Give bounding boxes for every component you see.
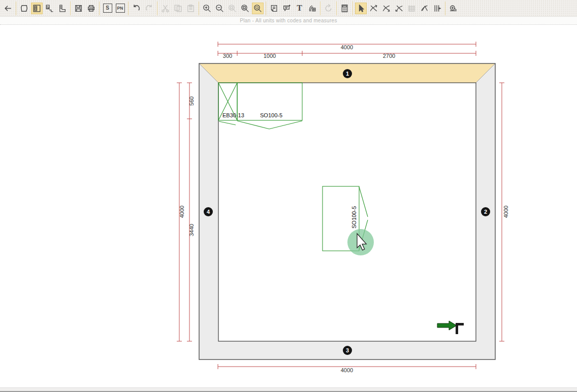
direction-arrow-icon	[437, 321, 457, 330]
back-button[interactable]	[2, 3, 14, 14]
zoom-extents-button[interactable]	[239, 3, 251, 14]
copy-button[interactable]	[172, 3, 184, 14]
select-cursor-icon	[356, 4, 366, 13]
text-icon: T	[297, 4, 302, 12]
note-icon	[269, 4, 279, 13]
view-section-button[interactable]	[44, 3, 55, 14]
snap-grid-button[interactable]	[406, 3, 418, 14]
wall-band[interactable]	[199, 63, 495, 360]
frame-tool-2-button[interactable]	[380, 3, 392, 14]
frame-view-icon	[420, 4, 429, 13]
plan-canvas[interactable]: 4000 300 1000 2700 4000 560 3440 4000 40…	[0, 25, 577, 387]
elevation-view-icon	[32, 4, 42, 13]
refresh-button[interactable]	[323, 3, 334, 14]
frame-tool-4-button[interactable]	[419, 3, 430, 14]
tape-measure-button[interactable]	[447, 3, 459, 14]
s-mode-button[interactable]: S	[102, 3, 113, 14]
comment-button[interactable]	[281, 3, 293, 14]
wall-marker-4[interactable]: 4	[204, 207, 213, 216]
toolbar-separator	[445, 2, 445, 15]
toolbar: S PN	[0, 0, 577, 17]
toolbar-separator	[199, 2, 199, 15]
undo-button[interactable]	[131, 3, 142, 14]
save-icon	[74, 4, 83, 13]
zoom-window-button[interactable]	[252, 3, 264, 14]
dim-line-left-segments	[187, 83, 192, 341]
unit-label: SO100-5	[351, 206, 357, 228]
scissors-icon	[161, 4, 170, 13]
dim-label-top-total: 4000	[341, 44, 353, 50]
bottom-scrollbar[interactable]	[0, 387, 577, 392]
note-button[interactable]	[268, 3, 280, 14]
back-arrow-icon	[3, 4, 13, 13]
toolbar-separator	[70, 2, 71, 15]
pn-mode-button[interactable]: PN	[114, 3, 126, 14]
zoom-window-icon	[253, 4, 263, 13]
cut-button[interactable]	[159, 3, 171, 14]
frame-tool-3-button[interactable]	[393, 3, 405, 14]
redo-button[interactable]	[143, 3, 155, 14]
unit-eb30-13[interactable]: EB30-13	[218, 83, 244, 125]
wall-outer-edge	[199, 63, 495, 360]
calculator-button[interactable]	[339, 3, 350, 14]
corner-symbol-icon	[456, 323, 464, 334]
refresh-icon	[324, 4, 333, 13]
view-profile-button[interactable]	[56, 3, 68, 14]
section-view-icon	[45, 4, 54, 13]
save-button[interactable]	[73, 3, 84, 14]
dim-label-300: 300	[223, 53, 232, 59]
toolbar-separator	[99, 2, 100, 15]
zoom-in-icon	[202, 4, 212, 13]
toolbar-separator	[336, 2, 337, 15]
frame-rotate-icon	[369, 4, 378, 13]
select-tool-button[interactable]	[355, 3, 367, 14]
print-button[interactable]	[85, 3, 97, 14]
dim-line-top-segments	[218, 51, 476, 56]
marker-number: 4	[207, 209, 210, 215]
colors-fan-icon	[307, 4, 317, 13]
print-icon	[86, 4, 96, 13]
pn-mode-icon: PN	[116, 4, 125, 13]
wall-marker-2[interactable]: 2	[481, 207, 490, 216]
toolbar-separator	[352, 2, 353, 15]
profile-view-icon	[57, 4, 67, 13]
dim-label-left-total: 4000	[179, 206, 185, 218]
parallel-lines-icon	[432, 4, 442, 13]
zoom-in-button[interactable]	[201, 3, 213, 14]
dim-label-right-total: 4000	[503, 206, 509, 218]
unit-so100-5-top[interactable]: SO100-5	[237, 83, 302, 129]
wall-spacing-button[interactable]	[431, 3, 443, 14]
frame-tilt-icon	[394, 4, 404, 13]
plan-drawing: 4000 300 1000 2700 4000 560 3440 4000 40…	[0, 25, 577, 387]
toolbar-separator	[266, 2, 266, 15]
colors-fan-button[interactable]	[306, 3, 318, 14]
zoom-out-button[interactable]	[214, 3, 226, 14]
comment-icon	[282, 4, 292, 13]
room-walls[interactable]	[199, 63, 495, 360]
redo-icon	[144, 4, 154, 13]
mouse-cursor	[347, 229, 374, 255]
tape-measure-icon	[448, 4, 458, 13]
wall-marker-1[interactable]: 1	[343, 69, 352, 78]
dim-label-560: 560	[188, 96, 195, 106]
unit-swing-line	[219, 121, 236, 125]
zoom-previous-button[interactable]	[227, 3, 238, 14]
wall-marker-3[interactable]: 3	[343, 346, 352, 355]
paste-button[interactable]	[185, 3, 197, 14]
s-mode-icon: S	[103, 4, 112, 13]
dim-label-2700: 2700	[383, 53, 395, 59]
paste-icon	[186, 4, 196, 13]
calculator-icon	[340, 4, 349, 13]
text-button[interactable]: T	[294, 3, 305, 14]
copy-icon	[173, 4, 183, 13]
marker-number: 1	[346, 71, 349, 77]
view-elevation-button[interactable]	[31, 3, 43, 14]
zoom-out-icon	[215, 4, 225, 13]
origin-marker	[437, 321, 464, 334]
wall-inner-edge	[218, 83, 476, 341]
plan-outline-icon	[19, 4, 29, 13]
toolbar-separator	[320, 2, 320, 15]
marker-number: 2	[484, 209, 487, 215]
view-plan-button[interactable]	[18, 3, 30, 14]
frame-tool-1-button[interactable]	[368, 3, 379, 14]
